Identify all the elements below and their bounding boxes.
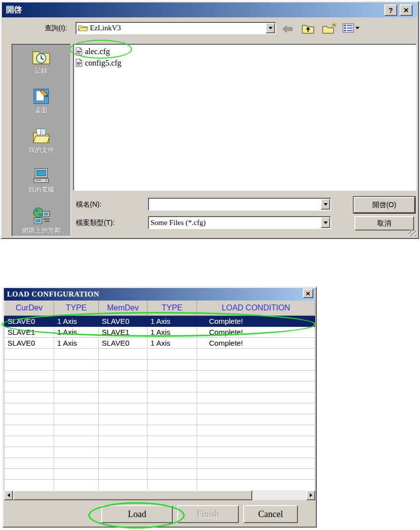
cfg-file-icon xyxy=(75,47,82,56)
desktop-icon xyxy=(32,88,50,105)
file-type-dropdown-button[interactable] xyxy=(321,217,330,228)
horizontal-scrollbar[interactable] xyxy=(4,490,315,500)
place-label: 桌面 xyxy=(35,106,48,115)
file-name-label: 檔名(N): xyxy=(76,198,101,211)
look-in-label: 查詢(I): xyxy=(45,22,67,34)
table-row-empty[interactable] xyxy=(4,436,315,447)
close-button[interactable]: × xyxy=(303,289,313,298)
network-places-icon xyxy=(32,207,51,225)
table-row-empty[interactable] xyxy=(4,447,315,457)
back-button[interactable] xyxy=(281,24,294,34)
scroll-left-button[interactable] xyxy=(4,490,13,500)
close-icon: × xyxy=(306,289,310,298)
finish-button[interactable]: Finish xyxy=(177,505,239,523)
look-in-combobox[interactable]: EzLinkV3 xyxy=(75,22,276,34)
back-arrow-icon xyxy=(281,24,294,34)
chevron-down-icon xyxy=(324,203,328,206)
sidebar-item-my-documents[interactable]: 我的文件 xyxy=(12,128,70,154)
chevron-down-icon xyxy=(355,27,359,29)
column-header-memdev: MemDev xyxy=(99,301,147,315)
chevron-down-icon xyxy=(269,27,273,29)
place-label: 記錄 xyxy=(35,66,48,75)
column-header-curdev: CurDev xyxy=(4,301,54,315)
table-row[interactable]: SLAVE0 1 Axis SLAVE0 1 Axis Complete! xyxy=(4,337,315,348)
file-name: alec.cfg xyxy=(85,47,110,56)
config-table-body: SLAVE0 1 Axis SLAVE0 1 Axis Complete! SL… xyxy=(4,315,315,490)
table-row[interactable]: SLAVE1 1 Axis SLAVE1 1 Axis Complete! xyxy=(4,326,315,337)
my-documents-icon xyxy=(32,128,50,145)
cfg-file-icon xyxy=(75,59,82,67)
table-row-empty[interactable] xyxy=(4,457,315,468)
table-row-empty[interactable] xyxy=(4,370,315,381)
file-name: config5.cfg xyxy=(85,59,121,68)
folder-icon xyxy=(78,24,88,32)
history-icon xyxy=(32,48,50,65)
configuration-table: CurDev TYPE MemDev TYPE LOAD CONDITION S… xyxy=(4,301,315,491)
scroll-right-button[interactable] xyxy=(306,490,315,500)
open-dialog-titlebar[interactable]: 開啓 xyxy=(2,2,418,17)
place-label: 我的文件 xyxy=(28,146,54,154)
file-name-combobox[interactable] xyxy=(148,198,331,211)
file-name-dropdown-button[interactable] xyxy=(321,199,330,210)
close-icon: × xyxy=(404,5,409,15)
sidebar-item-history[interactable]: 記錄 xyxy=(12,48,70,75)
open-cancel-button[interactable]: 取消 xyxy=(354,216,414,230)
scroll-right-icon xyxy=(310,493,312,497)
file-item-config5[interactable]: config5.cfg xyxy=(75,57,416,69)
help-button[interactable]: ? xyxy=(384,4,397,16)
table-row-empty[interactable] xyxy=(4,479,315,490)
table-row-empty[interactable] xyxy=(4,381,315,392)
file-type-value: Some Files (*.cfg) xyxy=(148,219,206,227)
column-header-type2: TYPE xyxy=(147,301,197,315)
cancel-button[interactable]: Cancel xyxy=(243,505,298,523)
up-folder-icon xyxy=(301,23,315,34)
view-menu-icon xyxy=(343,23,354,33)
table-row[interactable]: SLAVE0 1 Axis SLAVE0 1 Axis Complete! xyxy=(4,315,315,326)
table-row-empty[interactable] xyxy=(4,425,315,436)
new-folder-icon xyxy=(322,22,337,34)
new-folder-button[interactable] xyxy=(322,22,337,34)
load-dialog-title: LOAD CONFIGURATION xyxy=(7,290,99,299)
sidebar-item-network-places[interactable]: 網路上的芳鄰 xyxy=(12,207,70,235)
screenshot-canvas: 開啓 ? × 查詢(I): EzLinkV3 xyxy=(0,0,420,530)
view-menu-button[interactable] xyxy=(343,23,359,33)
table-row-empty[interactable] xyxy=(4,348,315,359)
look-in-dropdown-button[interactable] xyxy=(266,23,275,33)
chevron-down-icon xyxy=(324,222,328,224)
resize-grip[interactable] xyxy=(409,230,416,236)
table-row-empty[interactable] xyxy=(4,468,315,479)
file-item-alec[interactable]: alec.cfg xyxy=(75,46,416,57)
help-icon: ? xyxy=(389,6,393,14)
open-dialog-title: 開啓 xyxy=(6,5,22,15)
scrollbar-thumb[interactable] xyxy=(13,490,252,500)
load-configuration-dialog: LOAD CONFIGURATION × CurDev TYPE MemDev … xyxy=(2,287,317,528)
sidebar-item-my-computer[interactable]: 我的電腦 xyxy=(12,167,70,194)
place-label: 我的電腦 xyxy=(28,185,54,194)
table-row-empty[interactable] xyxy=(4,392,315,403)
open-file-dialog: 開啓 ? × 查詢(I): EzLinkV3 xyxy=(0,1,419,239)
load-dialog-titlebar[interactable]: LOAD CONFIGURATION xyxy=(4,288,315,301)
file-type-label: 檔案類型(T): xyxy=(76,216,115,229)
open-confirm-button[interactable]: 開啓(O) xyxy=(353,197,415,213)
column-header-load-condition: LOAD CONDITION xyxy=(197,301,315,315)
close-button[interactable]: × xyxy=(400,4,413,16)
table-row-empty[interactable] xyxy=(4,414,315,425)
scroll-left-icon xyxy=(7,493,10,497)
table-row-empty[interactable] xyxy=(4,359,315,370)
file-type-combobox[interactable]: Some Files (*.cfg) xyxy=(148,216,331,229)
look-in-value: EzLinkV3 xyxy=(88,24,121,32)
table-header-row: CurDev TYPE MemDev TYPE LOAD CONDITION xyxy=(4,301,315,315)
file-list[interactable]: alec.cfg config5.cfg xyxy=(73,44,417,191)
up-one-level-button[interactable] xyxy=(301,23,315,34)
table-row-empty[interactable] xyxy=(4,403,315,414)
sidebar-item-desktop[interactable]: 桌面 xyxy=(12,88,70,115)
column-header-type1: TYPE xyxy=(54,301,99,315)
places-bar: 記錄 桌面 我的文件 xyxy=(11,44,71,236)
load-button[interactable]: Load xyxy=(101,505,173,523)
my-computer-icon xyxy=(32,167,50,184)
place-label: 網路上的芳鄰 xyxy=(22,226,61,235)
